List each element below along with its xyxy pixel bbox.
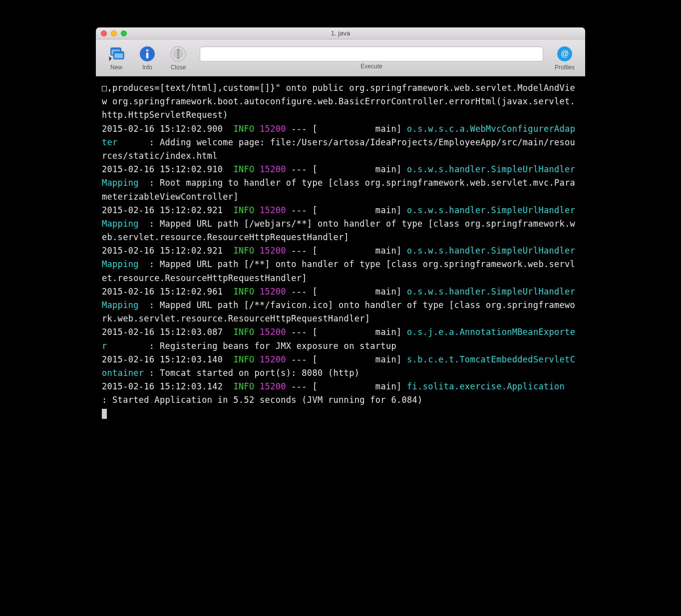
log-fragment: : Root mapping to handler of type [class… [102, 178, 575, 201]
log-fragment: 2015-02-16 15:12:02.921 [102, 205, 233, 215]
log-fragment: 2015-02-16 15:12:02.921 [102, 246, 233, 256]
log-fragment: INFO [233, 381, 254, 391]
profiles-label: Profiles [555, 64, 575, 71]
svg-point-10 [177, 57, 179, 59]
log-fragment: 15200 [260, 327, 286, 337]
close-label: Close [171, 64, 186, 71]
new-button[interactable]: New [103, 45, 130, 71]
execute-group: Execute [200, 46, 543, 70]
log-fragment: --- [ main] [286, 205, 407, 215]
execute-label: Execute [200, 63, 543, 70]
log-fragment: --- [ main] [286, 246, 407, 256]
log-fragment: : Mapped URL path [/**] onto handler of … [102, 259, 575, 283]
log-fragment: 2015-02-16 15:12:02.900 [102, 124, 233, 134]
log-fragment: 15200 [260, 124, 286, 134]
log-fragment [255, 287, 260, 297]
window-title: 1. java [96, 29, 585, 37]
log-fragment: : Registering beans for JMX exposure on … [144, 341, 396, 351]
log-fragment [255, 246, 260, 256]
svg-text:@: @ [561, 49, 569, 58]
log-fragment: 2015-02-16 15:12:02.910 [102, 164, 233, 174]
log-fragment [255, 381, 260, 391]
log-fragment: --- [ main] [286, 164, 407, 174]
log-fragment: --- [ main] [286, 381, 407, 391]
log-fragment: INFO [233, 246, 254, 256]
terminal-window: 1. java New I [96, 27, 585, 461]
info-button[interactable]: Info [134, 45, 161, 71]
log-fragment: : Mapped URL path [/**/favicon.ico] onto… [102, 300, 575, 323]
new-window-icon [108, 45, 125, 62]
execute-input[interactable] [200, 46, 543, 61]
profiles-icon: @ [556, 45, 573, 62]
log-fragment [255, 124, 260, 134]
svg-rect-3 [114, 53, 123, 58]
log-fragment [255, 205, 260, 215]
log-fragment: 2015-02-16 15:12:03.087 [102, 327, 233, 337]
new-label: New [110, 64, 122, 71]
log-fragment: : Tomcat started on port(s): 8080 (http) [144, 368, 359, 378]
svg-point-5 [146, 49, 148, 51]
svg-rect-6 [146, 52, 148, 58]
log-fragment: 15200 [260, 354, 286, 364]
info-label: Info [142, 64, 152, 71]
log-fragment: INFO [233, 205, 254, 215]
log-fragment: INFO [233, 124, 254, 134]
log-fragment [255, 354, 260, 364]
window-close-button[interactable] [101, 30, 107, 36]
svg-rect-11 [178, 51, 179, 57]
toolbar: New Info Close [96, 39, 585, 76]
log-fragment: 2015-02-16 15:12:03.142 [102, 381, 233, 391]
log-fragment [255, 164, 260, 174]
log-fragment: fi.solita.exercise.Application [407, 381, 585, 391]
log-fragment: : Adding welcome page: file:/Users/artos… [102, 137, 575, 161]
svg-point-9 [177, 49, 179, 51]
terminal-cursor [102, 409, 107, 419]
log-fragment: --- [ main] [286, 354, 407, 364]
log-fragment: 15200 [260, 205, 286, 215]
log-fragment: 15200 [260, 246, 286, 256]
log-fragment: 15200 [260, 287, 286, 297]
log-fragment: INFO [233, 327, 254, 337]
log-fragment [255, 327, 260, 337]
log-fragment: INFO [233, 354, 254, 364]
log-fragment: --- [ main] [286, 327, 407, 337]
log-fragment: □,produces=[text/html],custom=[]}" onto … [102, 83, 575, 120]
window-maximize-button[interactable] [121, 30, 127, 36]
log-fragment: 2015-02-16 15:12:02.961 [102, 287, 233, 297]
log-fragment: INFO [233, 164, 254, 174]
log-fragment: --- [ main] [286, 124, 407, 134]
traffic-lights [101, 30, 127, 36]
window-minimize-button[interactable] [111, 30, 117, 36]
terminal-output[interactable]: □,produces=[text/html],custom=[]}" onto … [96, 76, 585, 461]
titlebar[interactable]: 1. java [96, 27, 585, 39]
log-fragment: 15200 [260, 164, 286, 174]
log-fragment: 15200 [260, 381, 286, 391]
close-button[interactable]: Close [165, 45, 192, 71]
info-icon [139, 45, 156, 62]
close-icon [170, 45, 187, 62]
log-fragment: --- [ main] [286, 287, 407, 297]
log-fragment: : Mapped URL path [/webjars/**] onto han… [102, 219, 575, 242]
log-fragment: 2015-02-16 15:12:03.140 [102, 354, 233, 364]
profiles-button[interactable]: @ Profiles [551, 45, 578, 71]
log-fragment: INFO [233, 287, 254, 297]
